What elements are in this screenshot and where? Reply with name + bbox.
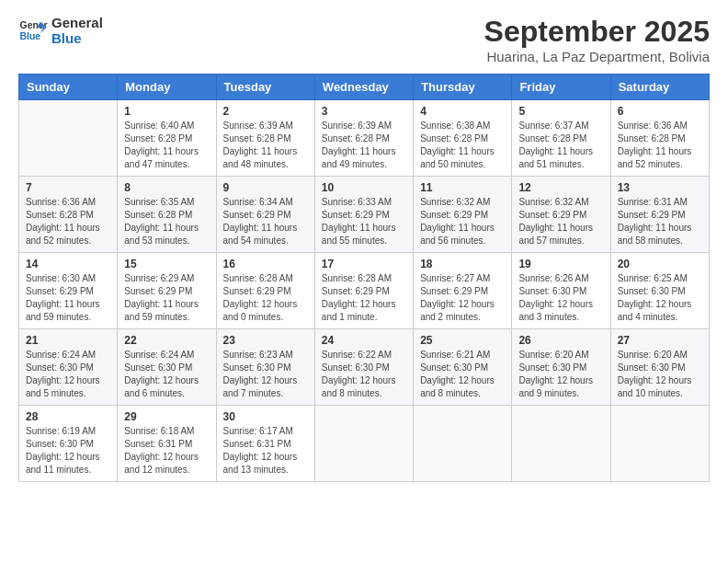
- calendar-week-row: 7Sunrise: 6:36 AM Sunset: 6:28 PM Daylig…: [19, 177, 710, 253]
- day-number: 13: [618, 181, 702, 194]
- day-info: Sunrise: 6:26 AM Sunset: 6:30 PM Dayligh…: [518, 272, 603, 324]
- header-tuesday: Tuesday: [216, 75, 314, 100]
- header-thursday: Thursday: [414, 75, 512, 100]
- calendar-cell: 16Sunrise: 6:28 AM Sunset: 6:29 PM Dayli…: [216, 253, 314, 329]
- header-wednesday: Wednesday: [314, 75, 413, 100]
- day-number: 4: [420, 105, 505, 118]
- day-number: 6: [618, 105, 702, 118]
- calendar-cell: 1Sunrise: 6:40 AM Sunset: 6:28 PM Daylig…: [118, 100, 216, 177]
- day-info: Sunrise: 6:29 AM Sunset: 6:29 PM Dayligh…: [124, 272, 209, 324]
- calendar-cell: 30Sunrise: 6:17 AM Sunset: 6:31 PM Dayli…: [216, 406, 314, 482]
- day-info: Sunrise: 6:20 AM Sunset: 6:30 PM Dayligh…: [618, 349, 702, 400]
- calendar-cell: 27Sunrise: 6:20 AM Sunset: 6:30 PM Dayli…: [610, 329, 709, 406]
- header-sunday: Sunday: [19, 75, 118, 100]
- day-info: Sunrise: 6:36 AM Sunset: 6:28 PM Dayligh…: [618, 120, 702, 171]
- calendar-cell: 18Sunrise: 6:27 AM Sunset: 6:29 PM Dayli…: [414, 253, 512, 329]
- day-number: 21: [26, 334, 110, 347]
- day-info: Sunrise: 6:35 AM Sunset: 6:28 PM Dayligh…: [124, 196, 209, 247]
- day-info: Sunrise: 6:39 AM Sunset: 6:28 PM Dayligh…: [322, 120, 406, 171]
- calendar-cell: 20Sunrise: 6:25 AM Sunset: 6:30 PM Dayli…: [610, 253, 709, 329]
- day-info: Sunrise: 6:34 AM Sunset: 6:29 PM Dayligh…: [223, 196, 308, 247]
- day-number: 16: [223, 258, 308, 270]
- calendar-cell: 11Sunrise: 6:32 AM Sunset: 6:29 PM Dayli…: [414, 177, 512, 253]
- day-info: Sunrise: 6:27 AM Sunset: 6:29 PM Dayligh…: [420, 272, 505, 324]
- day-number: 11: [420, 181, 505, 194]
- day-number: 28: [26, 410, 110, 423]
- day-number: 23: [223, 334, 308, 347]
- day-info: Sunrise: 6:37 AM Sunset: 6:28 PM Dayligh…: [518, 120, 603, 171]
- calendar-cell: [414, 406, 512, 482]
- day-info: Sunrise: 6:19 AM Sunset: 6:30 PM Dayligh…: [26, 425, 110, 477]
- page-title: September 2025: [484, 15, 710, 49]
- day-info: Sunrise: 6:32 AM Sunset: 6:29 PM Dayligh…: [518, 196, 603, 247]
- day-info: Sunrise: 6:24 AM Sunset: 6:30 PM Dayligh…: [124, 349, 209, 400]
- calendar-cell: [610, 406, 709, 482]
- header-friday: Friday: [512, 75, 610, 100]
- day-info: Sunrise: 6:22 AM Sunset: 6:30 PM Dayligh…: [322, 349, 406, 400]
- day-info: Sunrise: 6:36 AM Sunset: 6:28 PM Dayligh…: [26, 196, 110, 247]
- day-number: 14: [26, 258, 110, 270]
- calendar-cell: 14Sunrise: 6:30 AM Sunset: 6:29 PM Dayli…: [19, 253, 118, 329]
- day-number: 24: [322, 334, 406, 347]
- day-number: 1: [124, 105, 209, 118]
- calendar-cell: 24Sunrise: 6:22 AM Sunset: 6:30 PM Dayli…: [314, 329, 413, 406]
- day-info: Sunrise: 6:28 AM Sunset: 6:29 PM Dayligh…: [322, 272, 406, 324]
- day-number: 20: [618, 258, 702, 270]
- day-number: 10: [322, 181, 406, 194]
- day-number: 9: [223, 181, 308, 194]
- calendar-cell: 22Sunrise: 6:24 AM Sunset: 6:30 PM Dayli…: [118, 329, 216, 406]
- day-number: 15: [124, 258, 209, 270]
- svg-text:Blue: Blue: [20, 31, 41, 41]
- logo: General Blue General Blue: [18, 15, 103, 46]
- day-info: Sunrise: 6:38 AM Sunset: 6:28 PM Dayligh…: [420, 120, 505, 171]
- calendar-cell: 17Sunrise: 6:28 AM Sunset: 6:29 PM Dayli…: [314, 253, 413, 329]
- calendar-cell: 13Sunrise: 6:31 AM Sunset: 6:29 PM Dayli…: [610, 177, 709, 253]
- day-info: Sunrise: 6:18 AM Sunset: 6:31 PM Dayligh…: [124, 425, 209, 477]
- day-info: Sunrise: 6:28 AM Sunset: 6:29 PM Dayligh…: [223, 272, 308, 324]
- calendar-week-row: 28Sunrise: 6:19 AM Sunset: 6:30 PM Dayli…: [19, 406, 710, 482]
- day-info: Sunrise: 6:39 AM Sunset: 6:28 PM Dayligh…: [223, 120, 308, 171]
- calendar-cell: 8Sunrise: 6:35 AM Sunset: 6:28 PM Daylig…: [118, 177, 216, 253]
- title-section: September 2025 Huarina, La Paz Departmen…: [484, 15, 710, 64]
- calendar-week-row: 21Sunrise: 6:24 AM Sunset: 6:30 PM Dayli…: [19, 329, 710, 406]
- day-number: 26: [518, 334, 603, 347]
- calendar-cell: 29Sunrise: 6:18 AM Sunset: 6:31 PM Dayli…: [118, 406, 216, 482]
- calendar-cell: 9Sunrise: 6:34 AM Sunset: 6:29 PM Daylig…: [216, 177, 314, 253]
- day-info: Sunrise: 6:17 AM Sunset: 6:31 PM Dayligh…: [223, 425, 308, 477]
- logo-blue: Blue: [51, 30, 103, 46]
- calendar-cell: 12Sunrise: 6:32 AM Sunset: 6:29 PM Dayli…: [512, 177, 610, 253]
- day-number: 3: [322, 105, 406, 118]
- day-info: Sunrise: 6:20 AM Sunset: 6:30 PM Dayligh…: [518, 349, 603, 400]
- calendar-week-row: 14Sunrise: 6:30 AM Sunset: 6:29 PM Dayli…: [19, 253, 710, 329]
- day-number: 7: [26, 181, 110, 194]
- day-number: 19: [518, 258, 603, 270]
- day-number: 5: [518, 105, 603, 118]
- day-info: Sunrise: 6:21 AM Sunset: 6:30 PM Dayligh…: [420, 349, 505, 400]
- calendar-cell: 5Sunrise: 6:37 AM Sunset: 6:28 PM Daylig…: [512, 100, 610, 177]
- calendar-cell: 10Sunrise: 6:33 AM Sunset: 6:29 PM Dayli…: [314, 177, 413, 253]
- day-number: 25: [420, 334, 505, 347]
- calendar-cell: [512, 406, 610, 482]
- day-info: Sunrise: 6:33 AM Sunset: 6:29 PM Dayligh…: [322, 196, 406, 247]
- day-info: Sunrise: 6:32 AM Sunset: 6:29 PM Dayligh…: [420, 196, 505, 247]
- calendar-cell: 25Sunrise: 6:21 AM Sunset: 6:30 PM Dayli…: [414, 329, 512, 406]
- calendar-header-row: Sunday Monday Tuesday Wednesday Thursday…: [19, 75, 710, 100]
- calendar-cell: 15Sunrise: 6:29 AM Sunset: 6:29 PM Dayli…: [118, 253, 216, 329]
- calendar-cell: 21Sunrise: 6:24 AM Sunset: 6:30 PM Dayli…: [19, 329, 118, 406]
- calendar-table: Sunday Monday Tuesday Wednesday Thursday…: [18, 74, 710, 482]
- calendar-week-row: 1Sunrise: 6:40 AM Sunset: 6:28 PM Daylig…: [19, 100, 710, 177]
- day-info: Sunrise: 6:31 AM Sunset: 6:29 PM Dayligh…: [618, 196, 702, 247]
- calendar-cell: 2Sunrise: 6:39 AM Sunset: 6:28 PM Daylig…: [216, 100, 314, 177]
- day-number: 22: [124, 334, 209, 347]
- day-number: 18: [420, 258, 505, 270]
- day-info: Sunrise: 6:23 AM Sunset: 6:30 PM Dayligh…: [223, 349, 308, 400]
- calendar-cell: 28Sunrise: 6:19 AM Sunset: 6:30 PM Dayli…: [19, 406, 118, 482]
- calendar-cell: [19, 100, 118, 177]
- day-number: 12: [518, 181, 603, 194]
- calendar-cell: 3Sunrise: 6:39 AM Sunset: 6:28 PM Daylig…: [314, 100, 413, 177]
- day-number: 29: [124, 410, 209, 423]
- day-number: 2: [223, 105, 308, 118]
- page-subtitle: Huarina, La Paz Department, Bolivia: [484, 49, 710, 64]
- logo-icon: General Blue: [18, 16, 48, 45]
- logo-general: General: [51, 15, 103, 30]
